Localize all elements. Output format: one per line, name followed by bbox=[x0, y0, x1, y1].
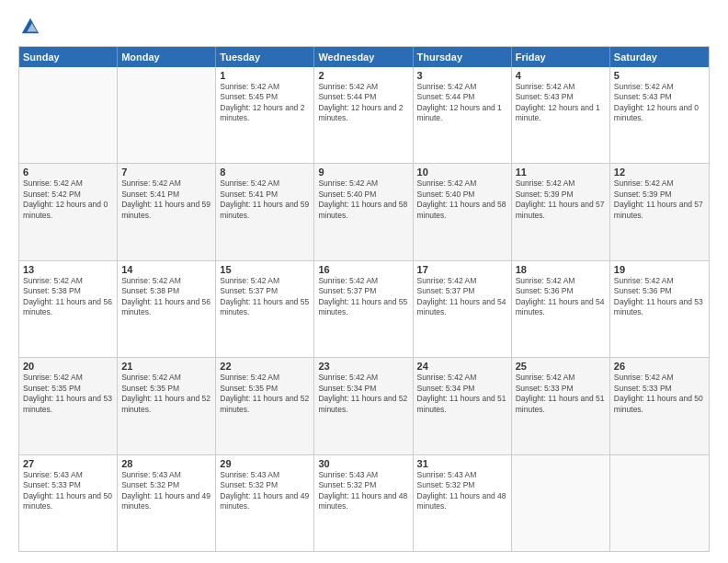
logo-text bbox=[18, 17, 40, 37]
day-info: Sunrise: 5:42 AM Sunset: 5:33 PM Dayligh… bbox=[516, 373, 606, 415]
calendar-header: SundayMondayTuesdayWednesdayThursdayFrid… bbox=[19, 47, 709, 67]
day-info: Sunrise: 5:42 AM Sunset: 5:35 PM Dayligh… bbox=[220, 373, 310, 415]
day-number: 3 bbox=[417, 70, 507, 81]
day-number: 31 bbox=[417, 458, 507, 469]
day-cell-4: 4Sunrise: 5:42 AM Sunset: 5:43 PM Daylig… bbox=[512, 67, 610, 163]
day-cell-23: 23Sunrise: 5:42 AM Sunset: 5:34 PM Dayli… bbox=[314, 358, 413, 454]
day-info: Sunrise: 5:43 AM Sunset: 5:32 PM Dayligh… bbox=[417, 470, 507, 512]
day-cell-empty bbox=[19, 67, 118, 163]
day-number: 13 bbox=[23, 264, 113, 275]
day-number: 12 bbox=[614, 167, 705, 178]
day-number: 8 bbox=[220, 167, 310, 178]
day-info: Sunrise: 5:42 AM Sunset: 5:38 PM Dayligh… bbox=[23, 276, 113, 318]
calendar-row-4: 20Sunrise: 5:42 AM Sunset: 5:35 PM Dayli… bbox=[19, 358, 709, 454]
header-cell-wednesday: Wednesday bbox=[314, 47, 413, 67]
day-number: 21 bbox=[121, 361, 211, 372]
day-number: 23 bbox=[318, 361, 408, 372]
day-cell-27: 27Sunrise: 5:43 AM Sunset: 5:33 PM Dayli… bbox=[19, 455, 118, 551]
day-cell-29: 29Sunrise: 5:43 AM Sunset: 5:32 PM Dayli… bbox=[216, 455, 314, 551]
day-number: 6 bbox=[23, 167, 113, 178]
day-cell-8: 8Sunrise: 5:42 AM Sunset: 5:41 PM Daylig… bbox=[216, 164, 314, 259]
day-info: Sunrise: 5:42 AM Sunset: 5:42 PM Dayligh… bbox=[23, 178, 113, 221]
day-info: Sunrise: 5:43 AM Sunset: 5:33 PM Dayligh… bbox=[23, 470, 113, 512]
day-info: Sunrise: 5:42 AM Sunset: 5:43 PM Dayligh… bbox=[614, 82, 705, 124]
day-info: Sunrise: 5:42 AM Sunset: 5:37 PM Dayligh… bbox=[220, 276, 310, 318]
day-info: Sunrise: 5:42 AM Sunset: 5:44 PM Dayligh… bbox=[417, 82, 507, 124]
day-info: Sunrise: 5:42 AM Sunset: 5:40 PM Dayligh… bbox=[417, 178, 507, 221]
header-cell-saturday: Saturday bbox=[610, 47, 709, 67]
day-info: Sunrise: 5:42 AM Sunset: 5:43 PM Dayligh… bbox=[516, 82, 606, 124]
day-cell-19: 19Sunrise: 5:42 AM Sunset: 5:36 PM Dayli… bbox=[610, 261, 709, 357]
day-cell-16: 16Sunrise: 5:42 AM Sunset: 5:37 PM Dayli… bbox=[314, 261, 413, 357]
day-cell-31: 31Sunrise: 5:43 AM Sunset: 5:32 PM Dayli… bbox=[414, 455, 512, 551]
day-number: 7 bbox=[121, 167, 211, 178]
day-number: 27 bbox=[23, 458, 113, 469]
day-cell-6: 6Sunrise: 5:42 AM Sunset: 5:42 PM Daylig… bbox=[19, 164, 118, 259]
day-info: Sunrise: 5:42 AM Sunset: 5:35 PM Dayligh… bbox=[121, 373, 211, 415]
calendar-body: 1Sunrise: 5:42 AM Sunset: 5:45 PM Daylig… bbox=[19, 67, 709, 551]
header bbox=[18, 17, 710, 37]
day-cell-9: 9Sunrise: 5:42 AM Sunset: 5:40 PM Daylig… bbox=[314, 164, 413, 259]
day-number: 11 bbox=[516, 167, 606, 178]
page: SundayMondayTuesdayWednesdayThursdayFrid… bbox=[0, 0, 728, 563]
calendar: SundayMondayTuesdayWednesdayThursdayFrid… bbox=[18, 46, 710, 552]
day-cell-11: 11Sunrise: 5:42 AM Sunset: 5:39 PM Dayli… bbox=[512, 164, 610, 259]
header-cell-sunday: Sunday bbox=[19, 47, 118, 67]
day-number: 5 bbox=[614, 70, 705, 81]
day-cell-2: 2Sunrise: 5:42 AM Sunset: 5:44 PM Daylig… bbox=[314, 67, 413, 163]
day-cell-12: 12Sunrise: 5:42 AM Sunset: 5:39 PM Dayli… bbox=[610, 164, 709, 259]
calendar-row-5: 27Sunrise: 5:43 AM Sunset: 5:33 PM Dayli… bbox=[19, 455, 709, 551]
day-cell-22: 22Sunrise: 5:42 AM Sunset: 5:35 PM Dayli… bbox=[216, 358, 314, 454]
day-cell-30: 30Sunrise: 5:43 AM Sunset: 5:32 PM Dayli… bbox=[314, 455, 413, 551]
day-cell-17: 17Sunrise: 5:42 AM Sunset: 5:37 PM Dayli… bbox=[414, 261, 512, 357]
day-number: 28 bbox=[121, 458, 211, 469]
day-info: Sunrise: 5:43 AM Sunset: 5:32 PM Dayligh… bbox=[121, 470, 211, 512]
day-number: 25 bbox=[516, 361, 606, 372]
header-cell-friday: Friday bbox=[512, 47, 610, 67]
day-number: 9 bbox=[318, 167, 408, 178]
day-number: 16 bbox=[318, 264, 408, 275]
day-info: Sunrise: 5:42 AM Sunset: 5:39 PM Dayligh… bbox=[516, 178, 606, 221]
day-cell-5: 5Sunrise: 5:42 AM Sunset: 5:43 PM Daylig… bbox=[610, 67, 709, 163]
day-info: Sunrise: 5:42 AM Sunset: 5:39 PM Dayligh… bbox=[614, 178, 705, 221]
day-number: 22 bbox=[220, 361, 310, 372]
day-number: 4 bbox=[516, 70, 606, 81]
day-info: Sunrise: 5:42 AM Sunset: 5:41 PM Dayligh… bbox=[121, 178, 211, 221]
day-info: Sunrise: 5:42 AM Sunset: 5:44 PM Dayligh… bbox=[318, 82, 408, 124]
day-number: 24 bbox=[417, 361, 507, 372]
day-info: Sunrise: 5:42 AM Sunset: 5:37 PM Dayligh… bbox=[417, 276, 507, 318]
day-number: 1 bbox=[220, 70, 310, 81]
day-info: Sunrise: 5:42 AM Sunset: 5:35 PM Dayligh… bbox=[23, 373, 113, 415]
day-info: Sunrise: 5:42 AM Sunset: 5:38 PM Dayligh… bbox=[121, 276, 211, 318]
day-number: 18 bbox=[516, 264, 606, 275]
header-cell-monday: Monday bbox=[118, 47, 216, 67]
day-number: 20 bbox=[23, 361, 113, 372]
logo bbox=[18, 17, 40, 37]
day-cell-21: 21Sunrise: 5:42 AM Sunset: 5:35 PM Dayli… bbox=[118, 358, 216, 454]
day-number: 19 bbox=[614, 264, 705, 275]
day-cell-13: 13Sunrise: 5:42 AM Sunset: 5:38 PM Dayli… bbox=[19, 261, 118, 357]
day-info: Sunrise: 5:43 AM Sunset: 5:32 PM Dayligh… bbox=[318, 470, 408, 512]
day-number: 30 bbox=[318, 458, 408, 469]
day-cell-7: 7Sunrise: 5:42 AM Sunset: 5:41 PM Daylig… bbox=[118, 164, 216, 259]
day-info: Sunrise: 5:42 AM Sunset: 5:36 PM Dayligh… bbox=[614, 276, 705, 318]
day-info: Sunrise: 5:42 AM Sunset: 5:40 PM Dayligh… bbox=[318, 178, 408, 221]
day-info: Sunrise: 5:42 AM Sunset: 5:33 PM Dayligh… bbox=[614, 373, 705, 415]
day-cell-empty bbox=[118, 67, 216, 163]
day-cell-1: 1Sunrise: 5:42 AM Sunset: 5:45 PM Daylig… bbox=[216, 67, 314, 163]
day-cell-14: 14Sunrise: 5:42 AM Sunset: 5:38 PM Dayli… bbox=[118, 261, 216, 357]
day-info: Sunrise: 5:42 AM Sunset: 5:34 PM Dayligh… bbox=[417, 373, 507, 415]
day-cell-10: 10Sunrise: 5:42 AM Sunset: 5:40 PM Dayli… bbox=[414, 164, 512, 259]
logo-icon bbox=[20, 17, 40, 37]
day-cell-empty bbox=[512, 455, 610, 551]
calendar-row-1: 1Sunrise: 5:42 AM Sunset: 5:45 PM Daylig… bbox=[19, 67, 709, 164]
day-cell-18: 18Sunrise: 5:42 AM Sunset: 5:36 PM Dayli… bbox=[512, 261, 610, 357]
day-info: Sunrise: 5:42 AM Sunset: 5:34 PM Dayligh… bbox=[318, 373, 408, 415]
day-cell-26: 26Sunrise: 5:42 AM Sunset: 5:33 PM Dayli… bbox=[610, 358, 709, 454]
header-cell-tuesday: Tuesday bbox=[216, 47, 314, 67]
day-cell-3: 3Sunrise: 5:42 AM Sunset: 5:44 PM Daylig… bbox=[414, 67, 512, 163]
day-number: 26 bbox=[614, 361, 705, 372]
day-number: 15 bbox=[220, 264, 310, 275]
day-number: 17 bbox=[417, 264, 507, 275]
day-cell-25: 25Sunrise: 5:42 AM Sunset: 5:33 PM Dayli… bbox=[512, 358, 610, 454]
